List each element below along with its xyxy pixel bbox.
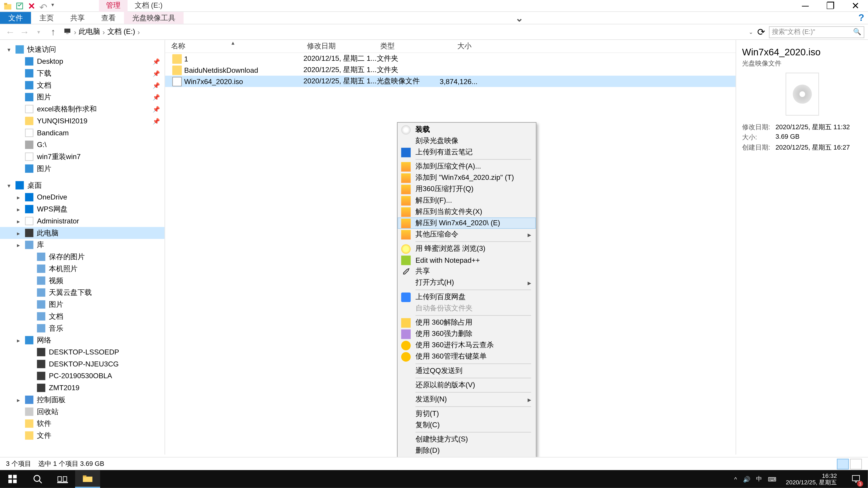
context-menu-item[interactable]: 使用 360管理右键菜单 bbox=[398, 351, 536, 362]
context-menu-item[interactable]: 解压到当前文件夹(X) bbox=[398, 206, 536, 217]
tree-item[interactable]: ▾桌面 bbox=[0, 180, 164, 191]
expand-icon[interactable]: ▾ bbox=[6, 182, 12, 189]
tree-item[interactable]: DESKTOP-NJEU3CG bbox=[0, 358, 164, 370]
expand-icon[interactable]: ▸ bbox=[16, 218, 22, 224]
tree-item[interactable]: 视频 bbox=[0, 275, 164, 287]
view-details-button[interactable] bbox=[837, 458, 849, 469]
ribbon-tab-share[interactable]: 共享 bbox=[62, 12, 93, 24]
close-button[interactable]: ✕ bbox=[843, 0, 868, 11]
context-menu-item[interactable]: 刻录光盘映像 bbox=[398, 135, 536, 147]
tree-item[interactable]: 软件 bbox=[0, 418, 164, 430]
properties-icon[interactable] bbox=[16, 2, 24, 10]
tree-item[interactable]: Bandicam bbox=[0, 127, 164, 139]
tree-item[interactable]: ▸Administrator bbox=[0, 215, 164, 227]
context-menu-item[interactable]: 添加到 "Win7x64_2020.zip" (T) bbox=[398, 172, 536, 184]
context-menu-item[interactable]: 复制(C) bbox=[398, 419, 536, 431]
tree-item[interactable]: 文件 bbox=[0, 429, 164, 442]
tree-item[interactable]: 回收站 bbox=[0, 406, 164, 418]
tree-item[interactable]: ▸控制面板 bbox=[0, 394, 164, 406]
tree-item[interactable]: 天翼云盘下载 bbox=[0, 287, 164, 298]
tree-item[interactable]: ▸此电脑 bbox=[0, 227, 164, 239]
back-button[interactable]: ← bbox=[4, 25, 17, 38]
tree-item[interactable]: ▸WPS网盘 bbox=[0, 203, 164, 215]
expand-icon[interactable]: ▸ bbox=[16, 194, 22, 200]
ribbon-tab-view[interactable]: 查看 bbox=[93, 12, 124, 24]
tray-clock[interactable]: 16:32 2020/12/25, 星期五 bbox=[782, 473, 840, 486]
context-menu-item[interactable]: 发送到(N)▸ bbox=[398, 394, 536, 405]
breadcrumb-item[interactable]: 文档 (E:) bbox=[107, 27, 135, 37]
expand-ribbon-button[interactable]: ⌄ bbox=[513, 12, 526, 24]
tree-item[interactable]: 文档 bbox=[0, 311, 164, 322]
column-date[interactable]: 修改日期 bbox=[301, 41, 374, 51]
chevron-right-icon[interactable]: › bbox=[101, 28, 106, 36]
tree-item[interactable]: ▾快速访问 bbox=[0, 43, 164, 56]
context-menu-item[interactable]: 删除(D) bbox=[398, 445, 536, 456]
context-menu-item[interactable]: 剪切(T) bbox=[398, 408, 536, 419]
expand-icon[interactable]: ▾ bbox=[6, 46, 12, 53]
tree-item[interactable]: DESKTOP-LSSOEDP bbox=[0, 346, 164, 358]
context-menu-item[interactable]: 通过QQ发送到 bbox=[398, 365, 536, 377]
ime-icon[interactable]: 中 bbox=[756, 475, 762, 483]
context-menu-item[interactable]: 解压到(F)... bbox=[398, 195, 536, 206]
expand-icon[interactable]: ▸ bbox=[16, 230, 22, 236]
chevron-right-icon[interactable]: › bbox=[73, 28, 78, 36]
tree-item[interactable]: PC-20190530OBLA bbox=[0, 370, 164, 382]
tree-item[interactable]: 下载📌 bbox=[0, 67, 164, 79]
context-menu-item[interactable]: 创建快捷方式(S) bbox=[398, 434, 536, 445]
ribbon-tab-disc-tools[interactable]: 光盘映像工具 bbox=[124, 12, 184, 24]
tree-item[interactable]: 图片 bbox=[0, 298, 164, 311]
file-row[interactable]: Win7x64_2020.iso2020/12/25, 星期五 1...光盘映像… bbox=[165, 76, 736, 87]
column-type[interactable]: 类型 bbox=[374, 41, 436, 51]
tray-overflow-icon[interactable]: ^ bbox=[734, 476, 737, 482]
ime-mode-icon[interactable]: ⌨ bbox=[768, 476, 776, 482]
search-button[interactable] bbox=[25, 470, 50, 488]
tree-item[interactable]: ▸OneDrive bbox=[0, 191, 164, 203]
file-row[interactable]: 12020/12/15, 星期二 1...文件夹 bbox=[165, 53, 736, 64]
context-menu-item[interactable]: 上传到百度网盘 bbox=[398, 291, 536, 302]
context-menu-item[interactable]: 使用 360解除占用 bbox=[398, 317, 536, 328]
tree-item[interactable]: ▸网络 bbox=[0, 334, 164, 346]
context-menu-item[interactable]: 使用 360进行木马云查杀 bbox=[398, 339, 536, 351]
ribbon-tab-home[interactable]: 主页 bbox=[31, 12, 62, 24]
history-dropdown[interactable]: ▾ bbox=[32, 25, 45, 38]
context-menu-item[interactable]: 用 蜂蜜浏览器 浏览(3) bbox=[398, 243, 536, 254]
expand-icon[interactable]: ▸ bbox=[16, 337, 22, 344]
help-button[interactable]: ? bbox=[855, 12, 868, 24]
up-button[interactable]: ↑ bbox=[46, 25, 60, 38]
context-menu-item[interactable]: 添加到压缩文件(A)... bbox=[398, 161, 536, 172]
tree-item[interactable]: win7重装win7 bbox=[0, 151, 164, 163]
tree-item[interactable]: ZMT2019 bbox=[0, 382, 164, 394]
task-view-button[interactable] bbox=[50, 470, 75, 488]
tree-item[interactable]: 保存的图片 bbox=[0, 251, 164, 263]
expand-icon[interactable]: ▸ bbox=[16, 396, 22, 403]
breadcrumb[interactable]: › 此电脑 › 文档 (E:) › ⌄ bbox=[61, 27, 753, 37]
tree-item[interactable]: 图片📌 bbox=[0, 91, 164, 103]
context-menu-item[interactable]: Edit with Notepad++ bbox=[398, 254, 536, 266]
tree-item[interactable]: G:\ bbox=[0, 139, 164, 151]
breadcrumb-item[interactable]: 此电脑 bbox=[79, 27, 100, 37]
ribbon-context-tab[interactable]: 管理 bbox=[99, 0, 128, 12]
context-menu-item[interactable]: 共享 bbox=[398, 266, 536, 277]
context-menu-item[interactable]: 解压到 Win7x64_2020\ (E) bbox=[398, 218, 536, 229]
tree-item[interactable]: YUNQISHI2019📌 bbox=[0, 115, 164, 127]
delete-icon[interactable] bbox=[27, 2, 36, 10]
tree-item[interactable]: Desktop📌 bbox=[0, 55, 164, 67]
forward-button[interactable]: → bbox=[18, 25, 31, 38]
minimize-button[interactable]: ─ bbox=[793, 0, 818, 11]
tree-item[interactable]: 图片 bbox=[0, 163, 164, 175]
search-input[interactable]: 搜索"文档 (E:)" 🔍 bbox=[769, 26, 864, 38]
taskbar-explorer[interactable] bbox=[75, 470, 100, 488]
tree-item[interactable]: ▸库 bbox=[0, 239, 164, 251]
context-menu-item[interactable]: 还原以前的版本(V) bbox=[398, 380, 536, 391]
start-button[interactable] bbox=[0, 470, 25, 488]
address-dropdown[interactable]: ⌄ bbox=[749, 29, 753, 35]
refresh-button[interactable]: ⟳ bbox=[754, 26, 768, 37]
context-menu-item[interactable]: 使用 360强力删除 bbox=[398, 328, 536, 339]
expand-icon[interactable]: ▸ bbox=[16, 241, 22, 248]
view-large-icons-button[interactable] bbox=[850, 458, 862, 469]
column-name[interactable]: 名称▴ bbox=[165, 41, 301, 51]
context-menu-item[interactable]: 装载 bbox=[398, 124, 536, 135]
context-menu-item[interactable]: 其他压缩命令▸ bbox=[398, 229, 536, 240]
volume-icon[interactable]: 🔊 bbox=[743, 476, 750, 482]
context-menu-item[interactable]: 打开方式(H)▸ bbox=[398, 277, 536, 288]
